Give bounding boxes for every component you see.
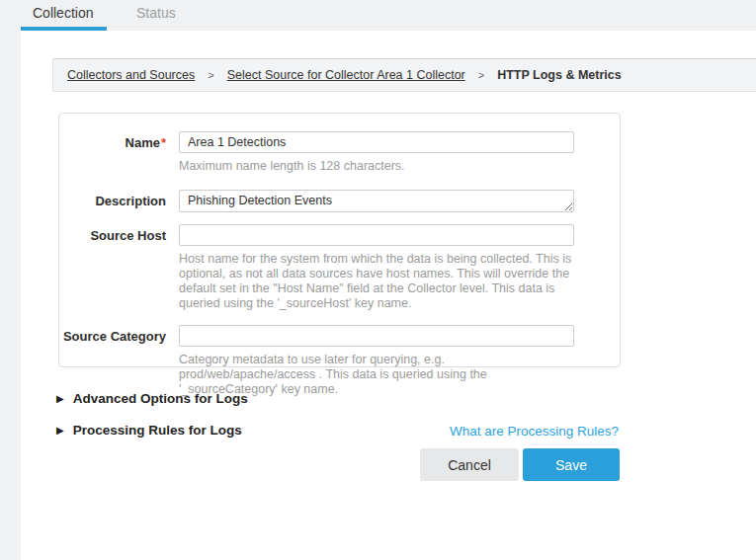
- name-row: Name*: [59, 131, 620, 153]
- description-input[interactable]: Phishing Detection Events: [179, 190, 574, 212]
- source-host-row: Source Host: [59, 224, 620, 246]
- what-are-processing-rules-link[interactable]: What are Processing Rules?: [450, 424, 619, 439]
- name-help-text: Maximum name length is 128 characters.: [179, 159, 574, 174]
- collapsed-triangle-icon: ▶: [56, 423, 64, 438]
- description-row: Description Phishing Detection Events: [59, 190, 620, 212]
- collapsed-triangle-icon: ▶: [56, 391, 64, 406]
- active-tab-underline: [21, 27, 107, 31]
- source-host-label: Source Host: [59, 224, 166, 246]
- breadcrumb-separator-icon: >: [208, 69, 213, 81]
- cancel-button[interactable]: Cancel: [420, 448, 519, 481]
- breadcrumb-select-source[interactable]: Select Source for Collector Area 1 Colle…: [227, 68, 465, 82]
- name-input[interactable]: [179, 131, 574, 153]
- advanced-options-section-toggle[interactable]: ▶ Advanced Options for Logs: [56, 391, 248, 406]
- name-label: Name*: [59, 131, 166, 153]
- breadcrumb-separator-icon: >: [478, 69, 484, 81]
- tab-collection[interactable]: Collection: [33, 0, 93, 27]
- breadcrumb-collectors-and-sources[interactable]: Collectors and Sources: [67, 68, 195, 82]
- source-category-input[interactable]: [179, 325, 574, 347]
- name-label-text: Name: [126, 135, 160, 150]
- source-category-row: Source Category: [59, 325, 620, 347]
- source-host-help-text: Host name for the system from which the …: [179, 252, 574, 311]
- left-rail: [0, 0, 21, 560]
- processing-rules-section-toggle[interactable]: ▶ Processing Rules for Logs: [56, 423, 242, 438]
- source-category-label: Source Category: [59, 325, 166, 347]
- save-button[interactable]: Save: [523, 448, 620, 481]
- breadcrumb-current-page: HTTP Logs & Metrics: [497, 68, 621, 82]
- processing-rules-label: Processing Rules for Logs: [73, 423, 242, 438]
- source-config-card: Name* Maximum name length is 128 charact…: [58, 113, 621, 367]
- description-label: Description: [59, 190, 166, 212]
- advanced-options-label: Advanced Options for Logs: [73, 391, 248, 406]
- page: Collection Status Collectors and Sources…: [0, 0, 756, 560]
- tab-status[interactable]: Status: [136, 0, 176, 27]
- source-host-input[interactable]: [179, 224, 574, 246]
- tab-bar: Collection Status: [0, 0, 756, 31]
- breadcrumb: Collectors and Sources > Select Source f…: [52, 58, 756, 92]
- required-asterisk: *: [161, 135, 166, 150]
